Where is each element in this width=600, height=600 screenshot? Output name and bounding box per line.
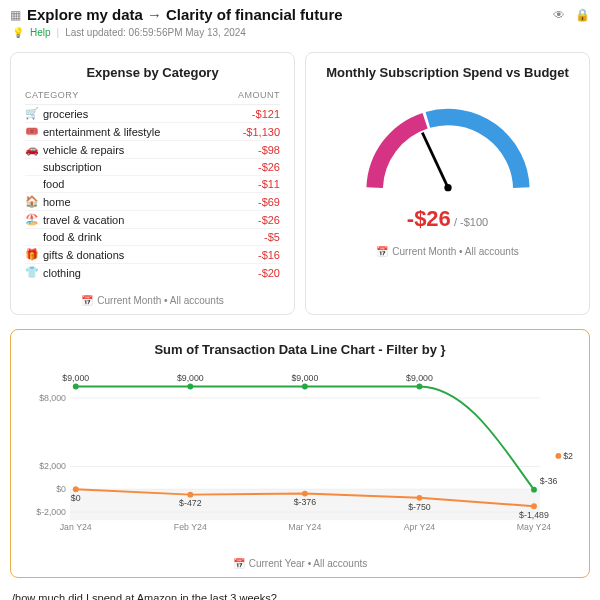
- line-chart: $-2,000$0$2,000$8,000Jan Y24Feb Y24Mar Y…: [27, 361, 573, 541]
- line-chart-title: Sum of Transaction Data Line Chart - Fil…: [27, 342, 573, 357]
- legend-dot: [555, 453, 561, 459]
- svg-text:$9,000: $9,000: [291, 373, 318, 383]
- category-amount: -$5: [264, 231, 280, 243]
- svg-point-23: [531, 487, 537, 493]
- svg-point-15: [73, 384, 79, 390]
- svg-point-17: [187, 384, 193, 390]
- category-icon: 🚗: [25, 143, 39, 156]
- notebook-icon: ▦: [10, 8, 21, 22]
- svg-text:$-2,000: $-2,000: [36, 507, 66, 517]
- category-label: travel & vacation: [43, 214, 124, 226]
- line-chart-footer: 📅 Current Year • All accounts: [27, 552, 573, 569]
- category-amount: -$20: [258, 267, 280, 279]
- calendar-icon: 📅: [81, 295, 93, 306]
- col-category: CATEGORY: [25, 90, 79, 100]
- category-label: groceries: [43, 108, 88, 120]
- gauge-value: -$26: [407, 206, 451, 231]
- expense-footer: 📅 Current Month • All accounts: [25, 289, 280, 306]
- category-amount: -$11: [258, 178, 280, 190]
- category-label: food & drink: [43, 231, 102, 243]
- expense-row[interactable]: 🏖️travel & vacation-$26: [25, 211, 280, 229]
- category-label: food: [43, 178, 64, 190]
- gauge-title: Monthly Subscription Spend vs Budget: [320, 65, 575, 80]
- category-label: subscription: [43, 161, 102, 173]
- header-actions: 👁 🔒: [553, 8, 590, 22]
- lock-icon[interactable]: 🔒: [575, 8, 590, 22]
- gauge-footer: 📅 Current Month • All accounts: [320, 240, 575, 257]
- query-area: /how much did I spend at Amazon in the l…: [0, 586, 600, 600]
- expense-row[interactable]: 🎟️entertainment & lifestyle-$1,130: [25, 123, 280, 141]
- arrow-icon: →: [147, 6, 162, 23]
- svg-text:$2,000: $2,000: [39, 461, 66, 471]
- category-amount: -$1,130: [243, 126, 280, 138]
- svg-point-29: [302, 491, 308, 497]
- expense-row[interactable]: subscription-$26: [25, 159, 280, 176]
- svg-text:$9,000: $9,000: [62, 373, 89, 383]
- svg-text:Apr Y24: Apr Y24: [404, 522, 436, 532]
- category-amount: -$26: [258, 214, 280, 226]
- svg-point-21: [417, 384, 423, 390]
- sub-header: 💡 Help | Last updated: 06:59:56PM May 13…: [0, 25, 600, 46]
- svg-text:Feb Y24: Feb Y24: [174, 522, 207, 532]
- svg-text:$9,000: $9,000: [177, 373, 204, 383]
- last-updated: Last updated: 06:59:56PM May 13, 2024: [65, 27, 246, 38]
- expense-row[interactable]: 🛒groceries-$121: [25, 105, 280, 123]
- svg-text:May Y24: May Y24: [517, 522, 552, 532]
- category-amount: -$26: [258, 161, 280, 173]
- category-icon: 🏠: [25, 195, 39, 208]
- category-label: vehicle & repairs: [43, 144, 124, 156]
- expense-row[interactable]: food-$11: [25, 176, 280, 193]
- expense-row[interactable]: 🏠home-$69: [25, 193, 280, 211]
- svg-point-27: [187, 492, 193, 498]
- expense-row[interactable]: 👕clothing-$20: [25, 264, 280, 281]
- svg-text:Jan Y24: Jan Y24: [60, 522, 92, 532]
- svg-text:$9,000: $9,000: [406, 373, 433, 383]
- category-label: gifts & donations: [43, 249, 124, 261]
- calendar-icon: 📅: [376, 246, 388, 257]
- eye-icon[interactable]: 👁: [553, 8, 565, 22]
- gauge-needle: [422, 133, 448, 188]
- category-amount: -$98: [258, 144, 280, 156]
- svg-text:$-750: $-750: [408, 502, 431, 512]
- legend-label: $2,000: [563, 451, 573, 461]
- svg-text:Mar Y24: Mar Y24: [288, 522, 321, 532]
- gauge-budget: / -$100: [451, 216, 488, 228]
- breadcrumb-leaf: Clarity of financial future: [166, 6, 343, 23]
- svg-point-31: [417, 495, 423, 501]
- category-icon: 👕: [25, 266, 39, 279]
- expense-title: Expense by Category: [25, 65, 280, 80]
- gauge-card: Monthly Subscription Spend vs Budget -$2…: [305, 52, 590, 315]
- category-icon: 🏖️: [25, 213, 39, 226]
- svg-text:$0: $0: [71, 493, 81, 503]
- svg-point-0: [444, 184, 451, 191]
- category-label: entertainment & lifestyle: [43, 126, 160, 138]
- category-amount: -$69: [258, 196, 280, 208]
- category-icon: 🎟️: [25, 125, 39, 138]
- breadcrumb-root: Explore my data: [27, 6, 143, 23]
- svg-text:$-1,489: $-1,489: [519, 510, 549, 520]
- category-label: home: [43, 196, 71, 208]
- svg-text:$8,000: $8,000: [39, 393, 66, 403]
- divider: |: [57, 27, 60, 38]
- expense-row[interactable]: food & drink-$5: [25, 229, 280, 246]
- category-label: clothing: [43, 267, 81, 279]
- calendar-icon: 📅: [233, 558, 245, 569]
- gauge-chart: [348, 96, 548, 206]
- line-chart-card: Sum of Transaction Data Line Chart - Fil…: [10, 329, 590, 578]
- help-icon[interactable]: 💡: [12, 27, 24, 38]
- breadcrumb[interactable]: Explore my data → Clarity of financial f…: [27, 6, 547, 23]
- svg-point-33: [531, 503, 537, 509]
- help-link[interactable]: Help: [30, 27, 51, 38]
- category-amount: -$16: [258, 249, 280, 261]
- col-amount: AMOUNT: [238, 90, 280, 100]
- expense-row[interactable]: 🚗vehicle & repairs-$98: [25, 141, 280, 159]
- header-bar: ▦ Explore my data → Clarity of financial…: [0, 0, 600, 25]
- svg-point-19: [302, 384, 308, 390]
- category-icon: 🎁: [25, 248, 39, 261]
- expense-row[interactable]: 🎁gifts & donations-$16: [25, 246, 280, 264]
- expense-card: Expense by Category CATEGORY AMOUNT 🛒gro…: [10, 52, 295, 315]
- svg-text:$-376: $-376: [294, 497, 317, 507]
- category-icon: 🛒: [25, 107, 39, 120]
- query-caption: /how much did I spend at Amazon in the l…: [12, 592, 588, 600]
- svg-text:$-472: $-472: [179, 498, 202, 508]
